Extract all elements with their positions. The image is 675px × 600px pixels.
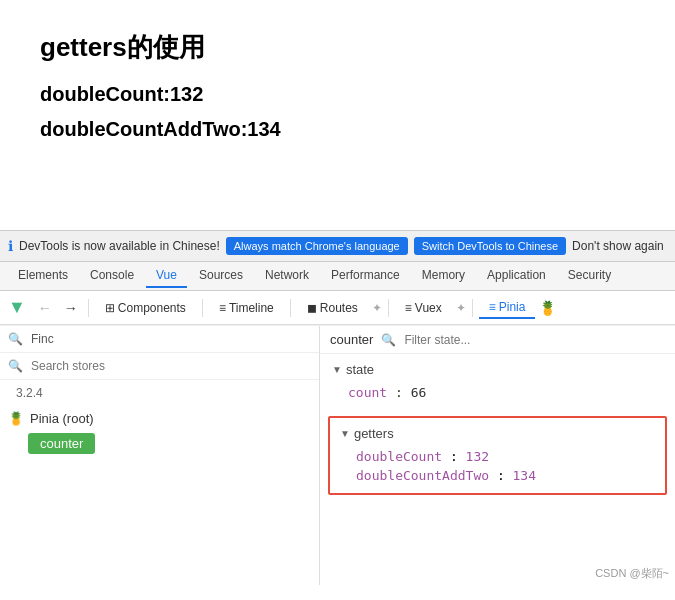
routes-icon: ◼ — [307, 301, 317, 315]
stat-double-count-add-two: doubleCountAddTwo:134 — [40, 118, 635, 141]
tab-vue[interactable]: Vue — [146, 264, 187, 288]
pinia-root-item[interactable]: 🍍 Pinia (root) — [8, 408, 311, 429]
state-label: ▼ state — [332, 362, 663, 377]
match-language-button[interactable]: Always match Chrome's language — [226, 237, 408, 255]
toolbar-separator-2 — [202, 299, 203, 317]
info-icon: ℹ — [8, 238, 13, 254]
getters-box: ▼ getters doubleCount : 132 doubleCountA… — [328, 416, 667, 495]
version-row: 3.2.4 — [0, 380, 319, 404]
counter-store-label: counter — [28, 433, 95, 454]
devtools-banner: ℹ DevTools is now available in Chinese! … — [0, 230, 675, 261]
content-area: getters的使用 doubleCount:132 doubleCountAd… — [0, 0, 675, 230]
left-panel: 🔍 Finc 🔍 3.2.4 🍍 Pinia (root) counter — [0, 326, 320, 585]
stat-double-count: doubleCount:132 — [40, 83, 635, 106]
devtools-panel: 🔍 Finc 🔍 3.2.4 🍍 Pinia (root) counter co… — [0, 325, 675, 585]
vuex-button[interactable]: ≡ Vuex — [395, 298, 452, 318]
tab-elements[interactable]: Elements — [8, 264, 78, 288]
tab-sources[interactable]: Sources — [189, 264, 253, 288]
routes-button[interactable]: ◼ Routes — [297, 298, 368, 318]
getters-triangle-icon: ▼ — [340, 428, 350, 439]
tab-network[interactable]: Network — [255, 264, 319, 288]
dont-show-link[interactable]: Don't show again — [572, 239, 664, 253]
watermark: CSDN @柴陌~ — [595, 566, 669, 581]
filter-search-icon: 🔍 — [381, 333, 396, 347]
components-button[interactable]: ⊞ Components — [95, 298, 196, 318]
count-value: 66 — [411, 385, 427, 400]
pinia-button[interactable]: ≡ Pinia — [479, 297, 536, 319]
double-count-add-two-key: doubleCountAddTwo — [356, 468, 489, 483]
pinia-root-label: Pinia (root) — [30, 411, 94, 426]
triangle-icon: ▼ — [332, 364, 342, 375]
double-count-add-two-value: 134 — [513, 468, 536, 483]
right-panel-header: counter 🔍 — [320, 326, 675, 354]
search-icon: 🔍 — [8, 359, 23, 373]
filter-state-input[interactable] — [404, 333, 554, 347]
routes-label: Routes — [320, 301, 358, 315]
find-label: Finc — [31, 332, 54, 346]
getter-double-count: doubleCount : 132 — [340, 447, 655, 466]
page-title: getters的使用 — [40, 30, 635, 65]
counter-store-item[interactable]: counter — [8, 429, 311, 454]
double-count-value: 132 — [466, 449, 489, 464]
components-icon: ⊞ — [105, 301, 115, 315]
puzzle-icon-vuex: ✦ — [456, 301, 466, 315]
right-panel: counter 🔍 ▼ state count : 66 ▼ getters d — [320, 326, 675, 585]
devtools-tabs: Elements Console Vue Sources Network Per… — [0, 261, 675, 291]
tab-performance[interactable]: Performance — [321, 264, 410, 288]
toolbar-separator-4 — [388, 299, 389, 317]
vuex-label: Vuex — [415, 301, 442, 315]
switch-chinese-button[interactable]: Switch DevTools to Chinese — [414, 237, 566, 255]
toolbar-separator-5 — [472, 299, 473, 317]
banner-text: DevTools is now available in Chinese! — [19, 239, 220, 253]
puzzle-icon-routes: ✦ — [372, 301, 382, 315]
vuex-icon: ≡ — [405, 301, 412, 315]
state-section: ▼ state count : 66 — [320, 354, 675, 410]
tab-console[interactable]: Console — [80, 264, 144, 288]
timeline-label: Timeline — [229, 301, 274, 315]
state-prop-count: count : 66 — [332, 383, 663, 402]
pinia-emoji: 🍍 — [539, 300, 556, 316]
find-icon: 🔍 — [8, 332, 23, 346]
search-stores-row: 🔍 — [0, 353, 319, 380]
pinia-icon: ≡ — [489, 300, 496, 314]
count-colon: : — [395, 385, 411, 400]
count-key: count — [348, 385, 387, 400]
pinia-root-icon: 🍍 — [8, 411, 24, 426]
toolbar-separator — [88, 299, 89, 317]
nav-forward-icon[interactable]: → — [60, 298, 82, 318]
right-store-name: counter — [330, 332, 373, 347]
getters-label: ▼ getters — [340, 426, 655, 441]
getter-double-count-add-two: doubleCountAddTwo : 134 — [340, 466, 655, 485]
tab-memory[interactable]: Memory — [412, 264, 475, 288]
nav-back-icon[interactable]: ← — [34, 298, 56, 318]
toolbar-separator-3 — [290, 299, 291, 317]
double-count-key: doubleCount — [356, 449, 442, 464]
vue-toolbar: ▼ ← → ⊞ Components ≡ Timeline ◼ Routes ✦… — [0, 291, 675, 325]
tab-application[interactable]: Application — [477, 264, 556, 288]
pinia-label: Pinia — [499, 300, 526, 314]
vue-logo-icon: ▼ — [8, 297, 26, 318]
version-label: 3.2.4 — [8, 380, 51, 406]
search-stores-input[interactable] — [31, 359, 311, 373]
find-bar: 🔍 Finc — [0, 326, 319, 353]
store-tree: 🍍 Pinia (root) counter — [0, 404, 319, 458]
timeline-icon: ≡ — [219, 301, 226, 315]
tab-security[interactable]: Security — [558, 264, 621, 288]
components-label: Components — [118, 301, 186, 315]
timeline-button[interactable]: ≡ Timeline — [209, 298, 284, 318]
